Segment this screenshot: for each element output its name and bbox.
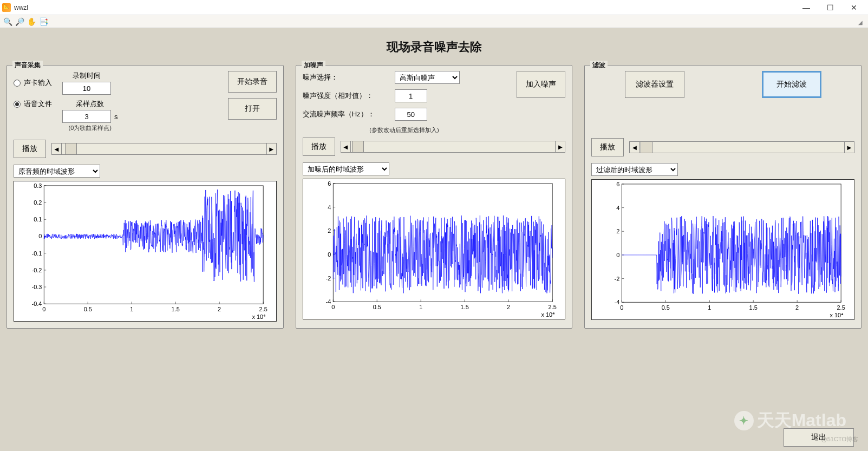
wave-combo-3[interactable]: 过滤后的时域波形 [591, 163, 678, 176]
slider-1-thumb[interactable] [65, 143, 77, 154]
filter-setting-button[interactable]: 滤波器设置 [625, 71, 684, 98]
matlab-icon [2, 3, 11, 12]
wave-combo-2[interactable]: 加噪后的时域波形 [303, 162, 389, 175]
plot-1: -0.4-0.3-0.2-0.100.10.20.300.511.522.5x … [14, 181, 277, 322]
svg-text:0: 0 [38, 233, 42, 239]
svg-text:0.3: 0.3 [34, 182, 42, 189]
exit-button[interactable]: 退出 [784, 428, 854, 447]
radio-soundcard[interactable]: 声卡输入 [14, 78, 57, 88]
slider-3-thumb[interactable] [641, 142, 652, 153]
svg-text:1.5: 1.5 [749, 304, 758, 311]
svg-text:-4: -4 [325, 298, 331, 305]
svg-text:0.2: 0.2 [34, 199, 42, 206]
svg-text:0.5: 0.5 [84, 306, 92, 312]
pan-icon[interactable]: ✋ [26, 16, 37, 27]
sample-unit: s [114, 113, 118, 121]
svg-text:4: 4 [617, 205, 620, 211]
ac-freq-label: 交流噪声频率（Hz）： [303, 109, 389, 119]
window-controls: — ☐ ✕ [794, 0, 866, 15]
open-button[interactable]: 打开 [228, 98, 277, 120]
window-title: wwzl [14, 4, 28, 11]
svg-text:-0.4: -0.4 [32, 300, 42, 307]
param-note: (参数改动后重新选择加入) [303, 126, 506, 134]
svg-text:x 10⁴: x 10⁴ [252, 313, 266, 320]
svg-text:-2: -2 [325, 275, 331, 282]
play-button-3[interactable]: 播放 [591, 138, 624, 156]
svg-text:-0.2: -0.2 [32, 267, 42, 273]
panel1-legend: 声音采集 [12, 61, 43, 70]
sample-note: (0为歌曲采样点) [69, 124, 112, 132]
play-button-1[interactable]: 播放 [14, 140, 46, 158]
svg-text:1: 1 [708, 304, 712, 311]
figure-surface: 现场录音噪声去除 声音采集 声卡输入 录制时间 [0, 28, 868, 451]
sample-label: 采样点数 [76, 99, 104, 109]
slider-2-left-arrow[interactable]: ◄ [341, 141, 351, 152]
play-button-2[interactable]: 播放 [303, 138, 335, 156]
slider-1-left-arrow[interactable]: ◄ [52, 143, 62, 154]
wave-combo-1[interactable]: 原音频的时域波形 [14, 165, 100, 178]
noise-select-label: 噪声选择： [303, 73, 389, 82]
slider-3-right-arrow[interactable]: ► [844, 142, 854, 153]
minimize-button[interactable]: — [794, 0, 818, 15]
svg-text:0.5: 0.5 [373, 304, 381, 310]
toolbar-corner-icon: ◢ [855, 17, 866, 28]
svg-text:6: 6 [617, 181, 620, 187]
main-title: 现场录音噪声去除 [6, 39, 862, 55]
svg-text:1.5: 1.5 [460, 304, 468, 310]
noise-strength-input[interactable] [395, 89, 427, 102]
sample-input[interactable] [62, 110, 111, 123]
svg-text:2: 2 [507, 304, 510, 310]
slider-3[interactable]: ◄ ► [629, 141, 854, 153]
svg-text:2: 2 [218, 306, 221, 312]
svg-text:6: 6 [328, 180, 331, 187]
rec-time-input[interactable] [62, 82, 111, 95]
svg-text:0.1: 0.1 [34, 216, 42, 223]
radio-soundcard-label: 声卡输入 [24, 78, 52, 88]
noise-select-combo[interactable]: 高斯白噪声 [395, 71, 460, 84]
close-button[interactable]: ✕ [842, 0, 866, 15]
ac-freq-input[interactable] [395, 108, 427, 121]
wechat-icon: ✦ [734, 411, 754, 430]
slider-2-thumb[interactable] [352, 141, 364, 152]
svg-text:1.5: 1.5 [172, 306, 180, 312]
data-cursor-icon[interactable]: 📑 [38, 16, 49, 27]
radio-file[interactable]: 语音文件 [14, 99, 57, 109]
svg-text:2.5: 2.5 [548, 304, 556, 310]
zoom-out-icon[interactable]: 🔎 [14, 16, 25, 27]
svg-text:-0.1: -0.1 [32, 250, 42, 257]
titlebar: wwzl — ☐ ✕ [0, 0, 868, 15]
svg-text:2: 2 [328, 227, 331, 234]
slider-1-right-arrow[interactable]: ► [266, 143, 276, 154]
svg-text:-4: -4 [615, 299, 620, 305]
svg-text:1: 1 [419, 304, 422, 310]
svg-text:-0.3: -0.3 [32, 284, 42, 290]
add-noise-button[interactable]: 加入噪声 [517, 71, 565, 98]
svg-text:2: 2 [795, 304, 799, 311]
plot-3: -4-2024600.511.522.5x 10⁴ [591, 179, 854, 320]
slider-2-right-arrow[interactable]: ► [555, 141, 565, 152]
slider-3-left-arrow[interactable]: ◄ [630, 142, 639, 153]
svg-text:0: 0 [331, 304, 335, 310]
start-record-button[interactable]: 开始录音 [228, 71, 277, 93]
svg-text:0: 0 [617, 252, 620, 258]
figure-toolbar: 🔍 🔎 ✋ 📑 ◢ [0, 15, 868, 28]
svg-text:0.5: 0.5 [662, 304, 670, 311]
slider-2[interactable]: ◄ ► [341, 141, 566, 153]
svg-text:2.5: 2.5 [259, 306, 267, 312]
panel-add-noise: 加噪声 噪声选择： 高斯白噪声 噪声强度（相对值）： 交流噪声频率（Hz）： [296, 65, 573, 329]
svg-text:1: 1 [130, 306, 133, 312]
svg-text:2: 2 [617, 228, 620, 234]
slider-1[interactable]: ◄ ► [51, 143, 277, 155]
svg-text:2.5: 2.5 [837, 304, 845, 311]
panel2-legend: 加噪声 [302, 61, 325, 70]
maximize-button[interactable]: ☐ [818, 0, 842, 15]
svg-text:4: 4 [328, 204, 331, 211]
rec-time-label: 录制时间 [73, 71, 101, 81]
svg-text:-2: -2 [615, 276, 620, 282]
noise-strength-label: 噪声强度（相对值）： [303, 91, 389, 101]
start-filter-button[interactable]: 开始滤波 [762, 71, 821, 98]
panel3-legend: 滤波 [590, 61, 608, 70]
svg-text:0: 0 [328, 251, 331, 258]
svg-text:0: 0 [621, 304, 624, 311]
zoom-in-icon[interactable]: 🔍 [2, 16, 13, 27]
